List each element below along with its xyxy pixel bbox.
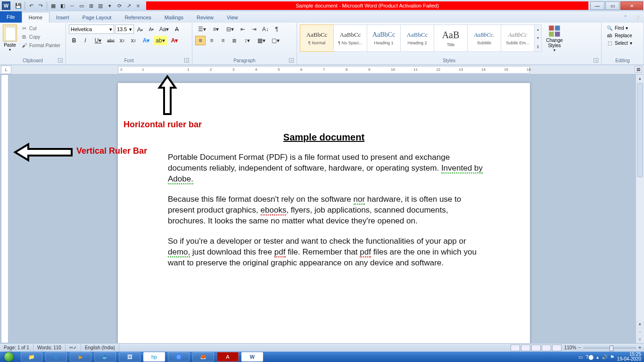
scroll-up-icon[interactable]: ▴ xyxy=(636,74,644,82)
qat-btn-icon[interactable]: ↗ xyxy=(124,1,133,10)
styles-gallery-more-icon[interactable]: ▴▾⊻ xyxy=(534,25,542,52)
taskbar-word-icon[interactable]: W xyxy=(241,352,263,362)
minimize-ribbon-icon[interactable]: ˆ xyxy=(621,14,630,23)
numbering-button[interactable]: ≡▾ xyxy=(209,25,223,34)
format-painter-button[interactable]: 🖌Format Painter xyxy=(20,41,61,49)
qat-btn-icon[interactable]: ⊞ xyxy=(87,1,95,10)
shading-button[interactable]: ▦▾ xyxy=(255,36,268,45)
style-subtitle[interactable]: AaBbCc.Subtitle xyxy=(467,25,501,52)
borders-button[interactable]: ▢▾ xyxy=(269,36,282,45)
tab-view[interactable]: View xyxy=(220,12,245,23)
change-case-button[interactable]: Aa▾ xyxy=(157,25,171,34)
copy-button[interactable]: ⧉Copy xyxy=(20,33,61,41)
highlight-button[interactable]: ab▾ xyxy=(154,36,167,45)
italic-button[interactable]: I xyxy=(80,36,91,45)
zoom-level[interactable]: 110% xyxy=(562,345,578,350)
tray-icon[interactable]: ▭ xyxy=(578,354,583,360)
tab-selector-icon[interactable]: L xyxy=(1,66,11,74)
status-proofing-icon[interactable]: ✂✓ xyxy=(66,344,81,352)
zoom-slider[interactable] xyxy=(584,347,636,349)
dialog-launcher-icon[interactable]: ↘ xyxy=(58,58,63,63)
taskbar-adobe-icon[interactable]: A xyxy=(217,352,239,362)
status-words[interactable]: Words: 110 xyxy=(33,344,66,352)
superscript-button[interactable]: x2 xyxy=(128,36,139,45)
justify-button[interactable]: ≣ xyxy=(229,36,239,45)
dialog-launcher-icon[interactable]: ↘ xyxy=(594,58,598,63)
tab-review[interactable]: Review xyxy=(190,12,220,23)
horizontal-ruler[interactable]: 21 12 34 56 78 910 1112 1314 1516 xyxy=(118,66,530,74)
view-draft-icon[interactable] xyxy=(552,345,561,351)
status-page[interactable]: Page: 1 of 1 xyxy=(0,344,33,352)
qat-btn-icon[interactable]: ≡ xyxy=(134,1,142,10)
grow-font-button[interactable]: A▴ xyxy=(135,25,145,34)
prev-page-icon[interactable]: ◦ xyxy=(636,328,644,336)
qat-btn-icon[interactable]: ▭ xyxy=(77,1,86,10)
cut-button[interactable]: ✂Cut xyxy=(20,25,61,32)
file-tab[interactable]: File xyxy=(0,11,22,23)
taskbar-chrome-icon[interactable] xyxy=(168,352,190,362)
style-no-spacing[interactable]: AaBbCc¶ No Spaci... xyxy=(333,25,367,52)
bullets-button[interactable]: ☰▾ xyxy=(195,25,208,34)
taskbar-firefox-icon[interactable]: 🦊 xyxy=(192,352,214,362)
select-button[interactable]: ⬚Select ▾ xyxy=(606,40,632,46)
align-center-button[interactable]: ≡ xyxy=(206,36,217,45)
tray-volume-icon[interactable]: 🔊 xyxy=(602,354,607,360)
help-icon[interactable]: ❔ xyxy=(633,14,641,23)
taskbar-wmp-icon[interactable]: ▶ xyxy=(70,352,91,362)
strikethrough-button[interactable]: abc xyxy=(106,36,116,45)
qat-btn-grid-icon[interactable]: ▦ xyxy=(49,1,58,10)
taskbar-app-icon[interactable]: 🖼 xyxy=(119,352,140,362)
qat-dropdown-icon[interactable]: ▾ xyxy=(106,1,114,10)
tray-show-hidden-icon[interactable]: ▴ xyxy=(596,354,599,360)
dialog-launcher-icon[interactable]: ↘ xyxy=(289,58,294,63)
align-left-button[interactable]: ≡ xyxy=(195,36,206,45)
zoom-out-button[interactable]: − xyxy=(578,345,581,350)
show-marks-button[interactable]: ¶ xyxy=(272,25,282,34)
redo-icon[interactable]: ↷ xyxy=(36,1,45,10)
increase-indent-button[interactable]: ⇥ xyxy=(249,25,259,34)
tab-insert[interactable]: Insert xyxy=(50,12,76,23)
qat-btn-icon[interactable]: ⟳ xyxy=(115,1,124,10)
scroll-down-icon[interactable]: ▾ xyxy=(636,321,644,328)
taskbar-hp-icon[interactable]: hp xyxy=(143,352,165,362)
shrink-font-button[interactable]: A▾ xyxy=(146,25,157,34)
scrollbar-thumb[interactable] xyxy=(637,83,643,177)
undo-icon[interactable]: ↶ xyxy=(27,1,35,10)
align-right-button[interactable]: ≡ xyxy=(218,36,228,45)
decrease-indent-button[interactable]: ⇤ xyxy=(238,25,248,34)
font-color-button[interactable]: A▾ xyxy=(168,36,181,45)
tab-mailings[interactable]: Mailings xyxy=(158,12,190,23)
subscript-button[interactable]: x2 xyxy=(117,36,127,45)
start-button[interactable] xyxy=(0,352,18,362)
qat-btn-icon[interactable]: ▥ xyxy=(96,1,105,10)
view-outline-icon[interactable] xyxy=(542,345,551,351)
qat-btn-icon[interactable]: ↔ xyxy=(68,1,76,10)
taskbar-app-icon[interactable]: 🐟 xyxy=(94,352,116,362)
paste-button[interactable]: Paste ▾ xyxy=(2,24,18,53)
view-web-layout-icon[interactable] xyxy=(531,345,541,351)
font-name-select[interactable]: Helvetica▾ xyxy=(69,25,114,34)
ruler-toggle-icon[interactable]: ▤ xyxy=(635,66,642,73)
style-title[interactable]: AaBTitle xyxy=(434,25,468,52)
status-language[interactable]: English (India) xyxy=(81,344,119,352)
bold-button[interactable]: B xyxy=(69,36,79,45)
replace-button[interactable]: abReplace xyxy=(606,32,632,39)
tab-references[interactable]: References xyxy=(118,12,157,23)
sort-button[interactable]: A↓ xyxy=(260,25,271,34)
font-size-select[interactable]: 13.5▾ xyxy=(115,25,134,34)
taskbar-ie-icon[interactable]: e xyxy=(45,352,67,362)
minimize-button[interactable]: — xyxy=(590,1,604,10)
vertical-ruler[interactable] xyxy=(1,74,8,343)
vertical-scrollbar[interactable]: ▴ ▾ ◦ ▿ xyxy=(636,74,644,343)
text-effects-button[interactable]: A▾ xyxy=(140,36,153,45)
style-normal[interactable]: AaBbCc¶ Normal xyxy=(300,25,334,52)
line-spacing-button[interactable]: ↕▾ xyxy=(240,36,254,45)
style-subtle-emphasis[interactable]: AaBbCcSubtle Em... xyxy=(501,25,535,52)
maximize-button[interactable]: ▭ xyxy=(605,1,619,10)
tray-clock[interactable]: 15:25 19-04-2020 xyxy=(617,352,641,362)
dialog-launcher-icon[interactable]: ↘ xyxy=(184,58,189,63)
view-full-screen-icon[interactable] xyxy=(521,345,530,351)
tray-action-center-icon[interactable]: ?⬤ xyxy=(586,354,594,360)
zoom-in-button[interactable]: + xyxy=(638,345,644,350)
tab-home[interactable]: Home xyxy=(22,12,50,23)
